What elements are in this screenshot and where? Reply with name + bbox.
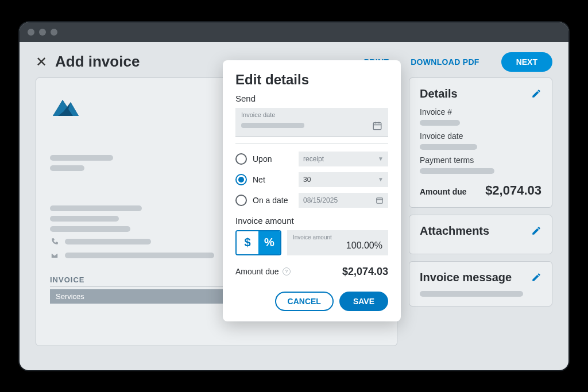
radio-on-date[interactable] bbox=[235, 195, 247, 206]
upon-dropdown[interactable]: receipt ▼ bbox=[299, 152, 388, 166]
details-card: Details Invoice # Invoice date Payment t… bbox=[409, 77, 552, 208]
edit-attachments-icon[interactable] bbox=[531, 226, 541, 236]
send-label: Send bbox=[235, 94, 388, 103]
cancel-button[interactable]: CANCEL bbox=[275, 292, 334, 311]
traffic-light[interactable] bbox=[39, 29, 46, 36]
invoice-date-placeholder bbox=[241, 123, 304, 128]
details-title: Details bbox=[420, 87, 458, 100]
edit-details-modal: Edit details Send Invoice date Upon rece… bbox=[223, 60, 401, 321]
svg-rect-0 bbox=[373, 122, 381, 129]
email-icon bbox=[50, 251, 59, 259]
net-label: Net bbox=[253, 175, 293, 184]
right-sidebar: Details Invoice # Invoice date Payment t… bbox=[409, 77, 552, 346]
chevron-down-icon: ▼ bbox=[378, 156, 384, 162]
on-date-label: On a date bbox=[253, 196, 293, 205]
calendar-icon[interactable] bbox=[372, 121, 382, 131]
amount-input-label: Invoice amount bbox=[293, 234, 382, 240]
term-net-row[interactable]: Net 30 ▼ bbox=[235, 172, 388, 187]
chevron-down-icon: ▼ bbox=[378, 176, 384, 183]
attachments-title: Attachments bbox=[420, 224, 489, 238]
radio-net[interactable] bbox=[235, 174, 247, 185]
invoice-amount-input[interactable]: Invoice amount 100.00% bbox=[287, 230, 388, 255]
radio-upon[interactable] bbox=[235, 153, 247, 165]
app-window: ✕ Add invoice PRINT DOWNLOAD PDF NEXT bbox=[18, 21, 570, 371]
phone-icon bbox=[50, 238, 59, 246]
term-upon-row[interactable]: Upon receipt ▼ bbox=[235, 152, 388, 166]
modal-title: Edit details bbox=[235, 72, 388, 88]
amount-input-value: 100.00% bbox=[293, 240, 382, 251]
invoice-message-card: Invoice message bbox=[409, 261, 552, 306]
modal-amount-due-label: Amount due ? bbox=[235, 267, 291, 276]
amount-due-value: $2,074.03 bbox=[485, 183, 541, 198]
close-icon[interactable]: ✕ bbox=[36, 54, 47, 70]
net-dropdown[interactable]: 30 ▼ bbox=[299, 172, 388, 187]
company-logo bbox=[50, 92, 90, 123]
calendar-icon bbox=[376, 196, 384, 204]
attachments-card: Attachments bbox=[409, 215, 552, 254]
invoice-date-label: Invoice date bbox=[420, 131, 541, 141]
term-ondate-row[interactable]: On a date 08/15/2025 bbox=[235, 193, 388, 208]
download-pdf-link[interactable]: DOWNLOAD PDF bbox=[411, 57, 479, 67]
invoice-date-field[interactable]: Invoice date bbox=[235, 108, 388, 137]
next-button[interactable]: NEXT bbox=[501, 52, 552, 72]
help-icon[interactable]: ? bbox=[283, 267, 291, 275]
amount-due-label: Amount due bbox=[420, 187, 467, 196]
toggle-dollar[interactable]: $ bbox=[237, 231, 258, 254]
on-date-field[interactable]: 08/15/2025 bbox=[299, 193, 388, 208]
modal-amount-due-value: $2,074.03 bbox=[342, 266, 388, 278]
toggle-percent[interactable]: % bbox=[258, 231, 280, 254]
invoice-date-field-label: Invoice date bbox=[241, 111, 382, 118]
payment-terms-label: Payment terms bbox=[420, 156, 541, 165]
invoice-amount-label: Invoice amount bbox=[235, 216, 388, 226]
window-titlebar bbox=[20, 22, 568, 42]
amount-type-toggle: $ % bbox=[235, 230, 281, 255]
invoice-number-label: Invoice # bbox=[420, 107, 541, 117]
svg-rect-4 bbox=[377, 197, 383, 203]
save-button[interactable]: SAVE bbox=[339, 292, 388, 311]
upon-label: Upon bbox=[253, 154, 293, 164]
invoice-message-title: Invoice message bbox=[420, 271, 512, 284]
traffic-light[interactable] bbox=[28, 29, 34, 36]
edit-details-icon[interactable] bbox=[531, 88, 541, 99]
traffic-light[interactable] bbox=[51, 29, 57, 36]
edit-message-icon[interactable] bbox=[531, 272, 541, 282]
